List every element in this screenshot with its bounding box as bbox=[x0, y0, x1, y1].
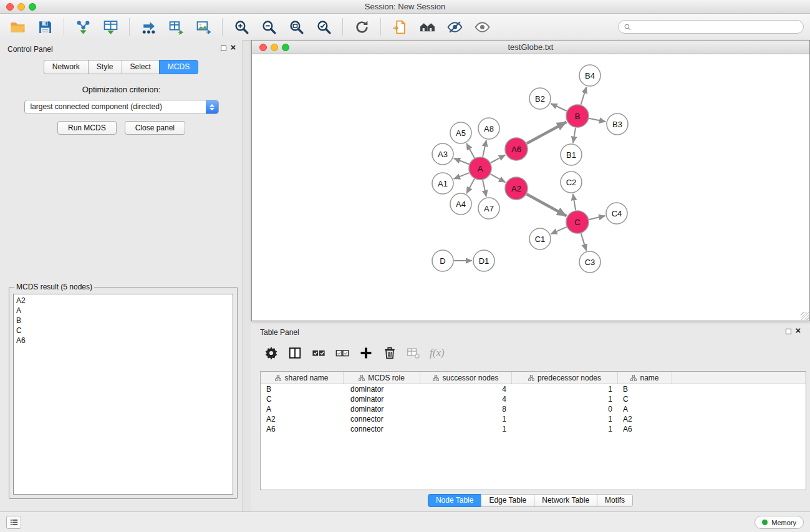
show-hide-icon[interactable] bbox=[468, 16, 496, 38]
create-column-icon[interactable] bbox=[356, 343, 376, 363]
table-close-panel-icon[interactable] bbox=[794, 326, 803, 336]
graph-node-D1[interactable]: D1 bbox=[473, 250, 494, 271]
column-header-mcds-role[interactable]: MCDS role bbox=[344, 372, 420, 384]
float-panel-icon[interactable] bbox=[221, 46, 226, 51]
network-window-titlebar[interactable]: testGlobe.txt bbox=[252, 41, 809, 54]
graph-node-B2[interactable]: B2 bbox=[529, 88, 551, 109]
table-cell[interactable]: 1 bbox=[512, 425, 618, 433]
graph-node-A5[interactable]: A5 bbox=[450, 122, 471, 143]
table-cell[interactable]: 1 bbox=[512, 395, 618, 404]
graph-node-B3[interactable]: B3 bbox=[607, 114, 628, 135]
table-cell[interactable]: 0 bbox=[512, 405, 618, 414]
tab-node-table[interactable]: Node Table bbox=[428, 494, 482, 507]
function-builder-icon[interactable]: f(x) bbox=[427, 343, 447, 363]
network-canvas[interactable]: B4B2BB3A5A8A6B1A3AC2A1A2A4A7C4CC1C3DD1 bbox=[252, 54, 809, 321]
column-header-predecessor-nodes[interactable]: predecessor nodes bbox=[512, 372, 618, 384]
hide-graphics-details-icon[interactable] bbox=[441, 16, 468, 38]
graph-node-A6[interactable]: A6 bbox=[505, 138, 528, 160]
export-image-icon[interactable] bbox=[190, 16, 217, 38]
mcds-result-item[interactable]: C bbox=[16, 326, 230, 336]
table-row[interactable]: A2connector11A2 bbox=[261, 414, 806, 424]
table-cell[interactable]: C bbox=[261, 395, 344, 404]
zoom-in-icon[interactable] bbox=[228, 16, 255, 38]
table-row[interactable]: Cdominator41C bbox=[261, 394, 806, 404]
import-network-icon[interactable] bbox=[69, 16, 97, 38]
column-settings-icon[interactable] bbox=[261, 343, 281, 363]
table-cell[interactable]: 1 bbox=[512, 415, 618, 423]
close-panel-button[interactable]: Close panel bbox=[125, 121, 185, 135]
graph-node-D[interactable]: D bbox=[432, 250, 453, 271]
mcds-result-list[interactable]: A2ABCA6 bbox=[13, 294, 233, 495]
table-cell[interactable]: dominator bbox=[344, 385, 420, 394]
graph-node-C3[interactable]: C3 bbox=[579, 251, 600, 273]
tab-network-table[interactable]: Network Table bbox=[534, 494, 597, 507]
network-close-button[interactable] bbox=[259, 44, 267, 51]
graph-node-A3[interactable]: A3 bbox=[432, 143, 453, 165]
tab-network[interactable]: Network bbox=[44, 60, 89, 74]
show-panels-button[interactable] bbox=[6, 516, 21, 529]
import-table-disabled-icon[interactable] bbox=[403, 343, 423, 363]
table-cell[interactable]: 1 bbox=[512, 385, 618, 394]
graph-node-B[interactable]: B bbox=[566, 105, 589, 127]
save-session-icon[interactable] bbox=[31, 16, 59, 38]
table-cell[interactable]: dominator bbox=[344, 395, 420, 404]
graph-node-C1[interactable]: C1 bbox=[529, 228, 551, 249]
table-cell[interactable]: 8 bbox=[420, 405, 512, 414]
open-session-icon[interactable] bbox=[4, 16, 31, 38]
table-float-panel-icon[interactable] bbox=[786, 329, 791, 334]
run-mcds-button[interactable]: Run MCDS bbox=[57, 121, 117, 135]
network-graph[interactable]: B4B2BB3A5A8A6B1A3AC2A1A2A4A7C4CC1C3DD1 bbox=[252, 54, 809, 321]
table-cell[interactable]: A6 bbox=[618, 425, 672, 433]
mcds-result-item[interactable]: A6 bbox=[16, 336, 230, 346]
column-header-name[interactable]: name bbox=[618, 372, 672, 384]
graph-node-A8[interactable]: A8 bbox=[478, 118, 499, 139]
graph-node-A4[interactable]: A4 bbox=[450, 193, 471, 215]
graph-node-C[interactable]: C bbox=[566, 211, 589, 233]
table-row[interactable]: Bdominator41B bbox=[261, 384, 806, 394]
minimize-window-button[interactable] bbox=[17, 3, 25, 11]
table-cell[interactable]: A6 bbox=[261, 425, 344, 433]
close-window-button[interactable] bbox=[6, 3, 14, 11]
table-cell[interactable]: C bbox=[618, 395, 672, 404]
network-zoom-button[interactable] bbox=[282, 44, 289, 51]
memory-button[interactable]: Memory bbox=[755, 516, 804, 529]
table-cell[interactable]: dominator bbox=[344, 405, 420, 414]
graph-node-B4[interactable]: B4 bbox=[579, 65, 600, 86]
table-cell[interactable]: A2 bbox=[618, 415, 672, 423]
table-row[interactable]: Adominator80A bbox=[261, 404, 806, 414]
table-cell[interactable]: B bbox=[261, 385, 344, 394]
zoom-selected-icon[interactable] bbox=[310, 16, 337, 38]
table-cell[interactable]: 4 bbox=[420, 385, 512, 394]
zoom-window-button[interactable] bbox=[29, 3, 36, 11]
toggle-panel-layout-icon[interactable] bbox=[285, 343, 305, 363]
delete-columns-icon[interactable] bbox=[380, 343, 400, 363]
network-overview-icon[interactable] bbox=[413, 16, 441, 38]
table-cell[interactable]: connector bbox=[344, 425, 420, 433]
table-cell[interactable]: connector bbox=[344, 415, 420, 423]
column-header-successor-nodes[interactable]: successor nodes bbox=[420, 372, 512, 384]
table-row[interactable]: A6connector11A6 bbox=[261, 424, 806, 434]
tab-edge-table[interactable]: Edge Table bbox=[481, 494, 534, 507]
tab-mcds[interactable]: MCDS bbox=[159, 60, 198, 74]
table-cell[interactable]: B bbox=[618, 385, 672, 394]
network-minimize-button[interactable] bbox=[271, 44, 278, 51]
table-cell[interactable]: A2 bbox=[261, 415, 344, 423]
export-network-icon[interactable] bbox=[135, 16, 162, 38]
table-cell[interactable]: 1 bbox=[420, 415, 512, 423]
tab-select[interactable]: Select bbox=[122, 60, 160, 74]
graph-node-C2[interactable]: C2 bbox=[561, 172, 582, 193]
graph-node-A1[interactable]: A1 bbox=[432, 173, 453, 194]
zoom-out-icon[interactable] bbox=[255, 16, 282, 38]
search-input[interactable] bbox=[635, 22, 798, 31]
mcds-result-item[interactable]: A2 bbox=[16, 296, 230, 306]
graph-node-A7[interactable]: A7 bbox=[478, 198, 499, 219]
table-cell[interactable]: A bbox=[261, 405, 344, 414]
zoom-fit-icon[interactable] bbox=[282, 16, 310, 38]
mcds-result-item[interactable]: A bbox=[16, 306, 230, 316]
graph-node-B1[interactable]: B1 bbox=[561, 144, 582, 165]
import-table-icon[interactable] bbox=[97, 16, 124, 38]
deselect-all-rows-icon[interactable] bbox=[332, 343, 352, 363]
refresh-layout-icon[interactable] bbox=[348, 16, 375, 38]
table-cell[interactable]: A bbox=[618, 405, 672, 414]
tab-motifs[interactable]: Motifs bbox=[597, 494, 633, 507]
